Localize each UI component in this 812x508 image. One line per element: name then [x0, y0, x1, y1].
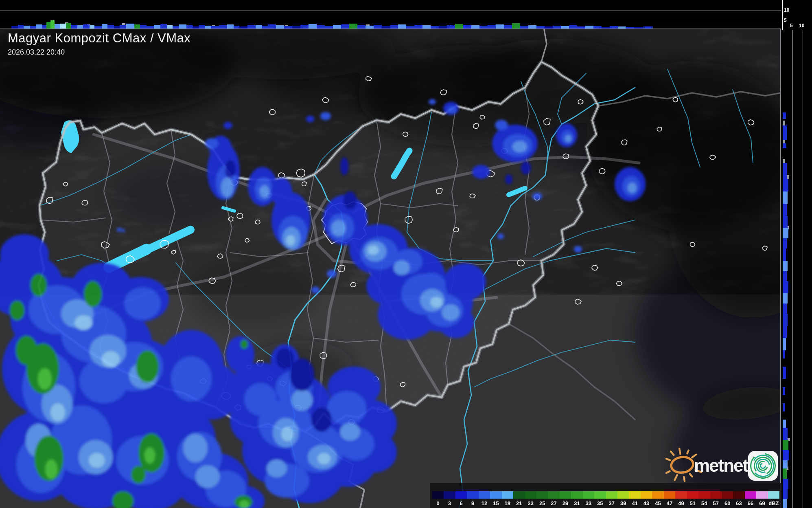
map-area	[0, 12, 812, 508]
dbz-tick-15: 15	[490, 499, 501, 508]
dbz-color-54	[698, 491, 710, 499]
dbz-tick-0: 0	[432, 499, 444, 508]
dbz-color-35	[594, 491, 606, 499]
dbz-colorbar	[432, 491, 779, 499]
dbz-tick-51: 51	[687, 499, 698, 508]
top-gridline-10km	[0, 11, 782, 11]
dbz-tick-12: 12	[479, 499, 490, 508]
dbz-color-63	[733, 491, 744, 499]
dbz-tick-54: 54	[698, 499, 710, 508]
timestamp: 2026.03.22 20:40	[8, 48, 190, 57]
dbz-color-66	[745, 491, 756, 499]
radar-composite-screen: metnet Magyar Kompozit CMax / VMax 2026.…	[0, 0, 812, 508]
header: Magyar Kompozit CMax / VMax 2026.03.22 2…	[8, 31, 190, 57]
dbz-tick-6: 6	[455, 499, 467, 508]
app-logo	[748, 451, 778, 481]
dbz-color-dBZ	[768, 491, 779, 499]
dbz-tick-41: 41	[629, 499, 640, 508]
dbz-tick-27: 27	[548, 499, 559, 508]
map-top-border	[0, 29, 782, 29]
dbz-color-3	[444, 491, 455, 499]
dbz-legend: 0369121518212325272931333537394143454749…	[430, 483, 782, 508]
right-axis-label-10: 10	[799, 23, 804, 29]
dbz-color-45	[652, 491, 663, 499]
dbz-color-12	[479, 491, 490, 499]
dbz-color-0	[432, 491, 444, 499]
dbz-tick-57: 57	[710, 499, 722, 508]
map-right-border	[780, 29, 781, 508]
dbz-color-39	[617, 491, 629, 499]
dbz-tick-60: 60	[722, 499, 733, 508]
right-axis-label-5: 5	[790, 23, 793, 29]
dbz-tick-labels: 0369121518212325272931333537394143454749…	[432, 499, 779, 508]
dbz-color-25	[536, 491, 548, 499]
metnet-wordmark: metnet	[694, 455, 749, 475]
dbz-color-21	[513, 491, 525, 499]
dbz-color-37	[606, 491, 617, 499]
top-axis-label-10: 10	[784, 7, 789, 13]
dbz-tick-66: 66	[745, 499, 756, 508]
dbz-color-31	[571, 491, 582, 499]
dbz-tick-35: 35	[594, 499, 606, 508]
dbz-tick-33: 33	[583, 499, 594, 508]
dbz-tick-49: 49	[675, 499, 687, 508]
dbz-color-6	[455, 491, 467, 499]
dbz-tick-31: 31	[571, 499, 582, 508]
right-gridline-5km	[792, 30, 792, 508]
dbz-color-15	[490, 491, 501, 499]
dbz-tick-dBZ: dBZ	[768, 499, 779, 508]
dbz-color-41	[629, 491, 640, 499]
top-gridline-5km	[0, 21, 782, 21]
dbz-tick-3: 3	[444, 499, 455, 508]
dbz-color-69	[756, 491, 768, 499]
dbz-tick-23: 23	[525, 499, 536, 508]
dbz-tick-9: 9	[467, 499, 478, 508]
top-axis-label-5: 5	[784, 18, 787, 23]
radar-map-canvas: metnet	[0, 0, 812, 508]
dbz-color-9	[467, 491, 478, 499]
top-profile-strip	[0, 0, 782, 29]
dbz-tick-43: 43	[641, 499, 652, 508]
dbz-tick-18: 18	[502, 499, 513, 508]
dbz-color-43	[641, 491, 652, 499]
dbz-tick-37: 37	[606, 499, 617, 508]
page-title: Magyar Kompozit CMax / VMax	[8, 31, 190, 46]
dbz-tick-45: 45	[652, 499, 663, 508]
dbz-color-51	[687, 491, 698, 499]
dbz-tick-25: 25	[536, 499, 548, 508]
dbz-color-33	[583, 491, 594, 499]
dbz-tick-39: 39	[617, 499, 629, 508]
dbz-tick-29: 29	[560, 499, 571, 508]
dbz-color-29	[560, 491, 571, 499]
dbz-tick-69: 69	[756, 499, 768, 508]
dbz-color-27	[548, 491, 559, 499]
dbz-color-47	[664, 491, 675, 499]
dbz-color-60	[722, 491, 733, 499]
dbz-color-49	[675, 491, 687, 499]
dbz-tick-47: 47	[664, 499, 675, 508]
strip-separator	[782, 0, 783, 30]
right-profile-strip	[781, 0, 812, 508]
dbz-color-57	[710, 491, 722, 499]
dbz-tick-63: 63	[733, 499, 744, 508]
dbz-tick-21: 21	[513, 499, 525, 508]
right-gridline-10km	[803, 30, 803, 508]
dbz-color-18	[502, 491, 513, 499]
dbz-color-23	[525, 491, 536, 499]
